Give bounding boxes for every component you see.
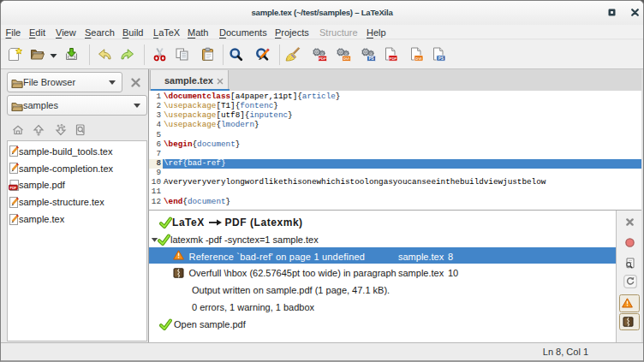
svg-text:PDF: PDF [389,56,397,61]
svg-text:PDF: PDF [9,186,16,189]
svg-text:PDF: PDF [319,56,326,61]
svg-text:DVI: DVI [415,56,421,61]
svg-text:PS: PS [438,56,443,61]
svg-text:PS: PS [368,56,373,61]
svg-text:DVI: DVI [343,56,349,61]
